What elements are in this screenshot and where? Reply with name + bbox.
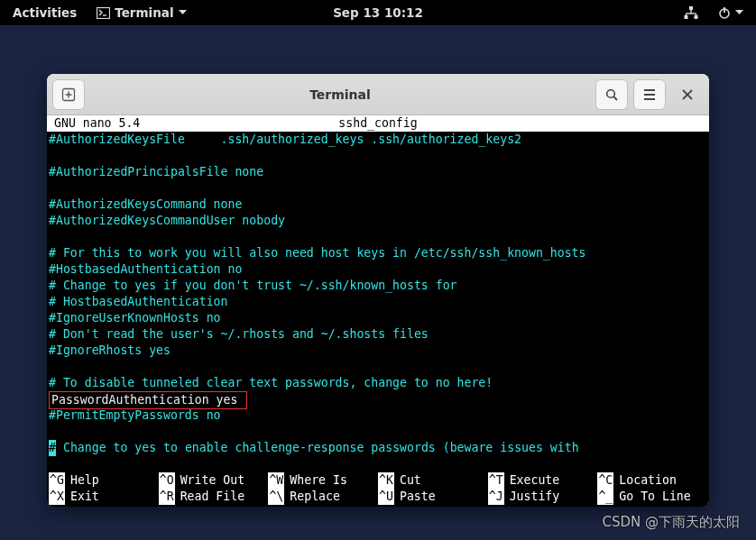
watermark: CSDN @下雨天的太阳 <box>602 514 740 531</box>
nano-shortcut[interactable]: ^JJustify <box>488 489 598 505</box>
nano-shortcut[interactable]: ^OWrite Out <box>159 472 269 489</box>
editor-line <box>49 180 707 197</box>
editor-line <box>49 229 707 245</box>
power-menu[interactable] <box>718 6 743 19</box>
clock[interactable]: Sep 13 10:12 <box>333 5 423 20</box>
svg-point-14 <box>607 89 615 97</box>
terminal-window: Terminal <box>47 74 709 507</box>
editor-line: # Change to yes to enable challenge-resp… <box>49 440 707 456</box>
nano-shortcut[interactable]: ^RRead File <box>159 489 269 505</box>
nano-shortcut-bar: ^GHelp^OWrite Out^WWhere Is^KCut^TExecut… <box>47 472 709 507</box>
editor-line: #AuthorizedPrincipalsFile none <box>49 164 707 180</box>
nano-shortcut[interactable]: ^WWhere Is <box>268 472 378 489</box>
shortcut-label: Paste <box>400 489 436 505</box>
hamburger-icon <box>642 88 657 101</box>
svg-line-15 <box>613 96 617 100</box>
editor-line: #HostbasedAuthentication no <box>49 261 707 278</box>
editor-line: #AuthorizedKeysCommandUser nobody <box>49 213 707 229</box>
editor-line <box>49 424 707 440</box>
shortcut-key: ^W <box>268 472 284 489</box>
editor-line: #IgnoreRhosts yes <box>49 343 707 359</box>
nano-shortcut[interactable]: ^XExit <box>49 489 159 505</box>
editor-line: #AuthorizedKeysCommand none <box>49 197 707 213</box>
power-icon <box>718 6 731 19</box>
shortcut-key: ^X <box>49 489 65 505</box>
nano-shortcut[interactable]: ^CLocation <box>597 472 707 489</box>
shortcut-label: Execute <box>510 472 560 489</box>
shortcut-key: ^U <box>378 489 394 505</box>
nano-header: GNU nano 5.4 sshd_config <box>47 115 709 132</box>
nano-shortcut[interactable]: ^UPaste <box>378 489 488 505</box>
shortcut-label: Help <box>70 472 99 489</box>
editor-line: PasswordAuthentication yes <box>49 391 707 407</box>
editor-line: # Don't read the user's ~/.rhosts and ~/… <box>49 326 707 343</box>
nano-shortcut[interactable]: ^_Go To Line <box>597 489 707 505</box>
search-button[interactable] <box>595 79 628 110</box>
shortcut-key: ^R <box>159 489 175 505</box>
editor-line: #PermitEmptyPasswords no <box>49 407 707 424</box>
window-title: Terminal <box>90 87 590 102</box>
editor-line: # HostbasedAuthentication <box>49 294 707 310</box>
gnome-top-bar: Activities Terminal Sep 13 10:12 <box>0 0 756 25</box>
new-tab-button[interactable] <box>52 79 85 110</box>
terminal-body[interactable]: GNU nano 5.4 sshd_config #AuthorizedKeys… <box>47 115 709 507</box>
new-tab-icon <box>61 87 76 102</box>
search-icon <box>604 87 619 102</box>
cursor: # <box>49 440 56 456</box>
shortcut-key: ^G <box>49 472 65 489</box>
svg-rect-2 <box>689 6 693 10</box>
close-icon <box>681 88 694 101</box>
chevron-down-icon <box>735 10 743 15</box>
editor-line: # To disable tunneled clear text passwor… <box>49 375 707 391</box>
shortcut-key: ^\ <box>268 489 284 505</box>
shortcut-label: Cut <box>400 472 421 489</box>
shortcut-label: Read File <box>180 489 244 505</box>
editor-line: #IgnoreUserKnownHosts no <box>49 310 707 326</box>
shortcut-key: ^K <box>378 472 394 489</box>
editor-line <box>49 359 707 375</box>
highlighted-config-line: PasswordAuthentication yes <box>49 391 247 409</box>
nano-version: GNU nano 5.4 <box>49 115 140 132</box>
editor-line: # Change to yes if you don't trust ~/.ss… <box>49 278 707 294</box>
nano-shortcut[interactable]: ^TExecute <box>488 472 598 489</box>
editor-line: # For this to work you will also need ho… <box>49 245 707 261</box>
shortcut-label: Replace <box>290 489 340 505</box>
nano-shortcut[interactable]: ^\Replace <box>268 489 378 505</box>
network-icon[interactable] <box>684 6 698 19</box>
window-titlebar: Terminal <box>47 74 709 115</box>
shortcut-label: Location <box>619 472 677 489</box>
shortcut-key: ^J <box>488 489 504 505</box>
shortcut-label: Where Is <box>290 472 347 489</box>
editor-line: #AuthorizedKeysFile .ssh/authorized_keys… <box>49 132 707 148</box>
current-app-label: Terminal <box>115 5 173 20</box>
activities-button[interactable]: Activities <box>13 5 77 20</box>
shortcut-key: ^_ <box>597 489 613 505</box>
nano-shortcut[interactable]: ^KCut <box>378 472 488 489</box>
shortcut-label: Exit <box>70 489 99 505</box>
terminal-icon <box>97 7 110 19</box>
shortcut-label: Go To Line <box>619 489 690 505</box>
svg-rect-0 <box>97 7 110 18</box>
svg-rect-7 <box>685 15 688 19</box>
editor-line <box>49 148 707 164</box>
shortcut-label: Write Out <box>180 472 244 489</box>
hamburger-menu-button[interactable] <box>633 79 666 110</box>
shortcut-label: Justify <box>510 489 560 505</box>
close-button[interactable] <box>671 79 704 110</box>
svg-rect-8 <box>695 15 698 19</box>
shortcut-key: ^O <box>159 472 175 489</box>
current-app-menu[interactable]: Terminal <box>97 5 186 20</box>
shortcut-key: ^T <box>488 472 504 489</box>
shortcut-key: ^C <box>597 472 613 489</box>
nano-filename: sshd_config <box>338 115 417 132</box>
chevron-down-icon <box>179 10 187 15</box>
editor-content[interactable]: #AuthorizedKeysFile .ssh/authorized_keys… <box>47 132 709 472</box>
editor-line <box>49 456 707 472</box>
desktop: Terminal <box>0 25 756 540</box>
nano-shortcut[interactable]: ^GHelp <box>49 472 159 489</box>
